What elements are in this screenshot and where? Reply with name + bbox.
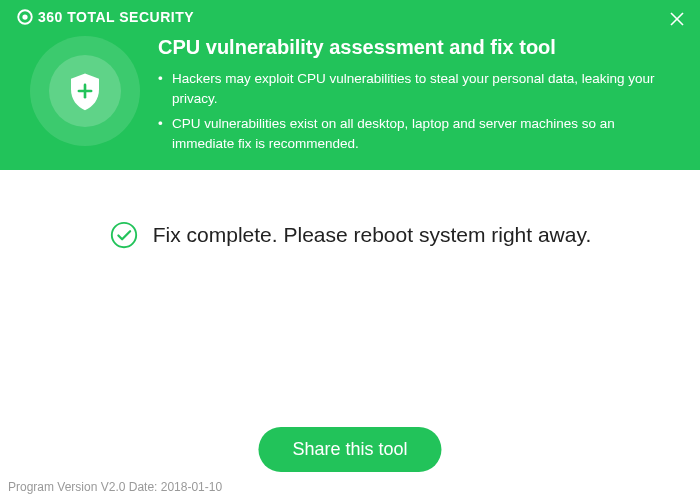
header-text-block: CPU vulnerability assessment and fix too… [158, 34, 684, 159]
main-area: Fix complete. Please reboot system right… [0, 170, 700, 250]
svg-point-1 [22, 14, 27, 19]
shield-badge-inner [49, 55, 121, 127]
status-row: Fix complete. Please reboot system right… [109, 220, 591, 250]
share-button[interactable]: Share this tool [258, 427, 441, 472]
version-label: Program Version V2.0 Date: 2018-01-10 [8, 480, 222, 494]
header-content: CPU vulnerability assessment and fix too… [16, 34, 684, 159]
shield-plus-icon [64, 70, 106, 112]
header-bullet-list: Hackers may exploit CPU vulnerabilities … [158, 69, 664, 153]
brand-text: 360 TOTAL SECURITY [38, 9, 194, 25]
close-button[interactable] [666, 8, 688, 30]
brand-logo-icon [16, 8, 34, 26]
svg-point-6 [112, 223, 136, 247]
brand-row: 360 TOTAL SECURITY [16, 8, 684, 26]
header-title: CPU vulnerability assessment and fix too… [158, 36, 664, 59]
shield-badge [30, 36, 140, 146]
close-icon [669, 11, 685, 27]
header-banner: 360 TOTAL SECURITY CPU vulnerability ass… [0, 0, 700, 170]
status-message: Fix complete. Please reboot system right… [153, 223, 591, 247]
check-circle-icon [109, 220, 139, 250]
header-bullet: Hackers may exploit CPU vulnerabilities … [158, 69, 664, 108]
header-bullet: CPU vulnerabilities exist on all desktop… [158, 114, 664, 153]
